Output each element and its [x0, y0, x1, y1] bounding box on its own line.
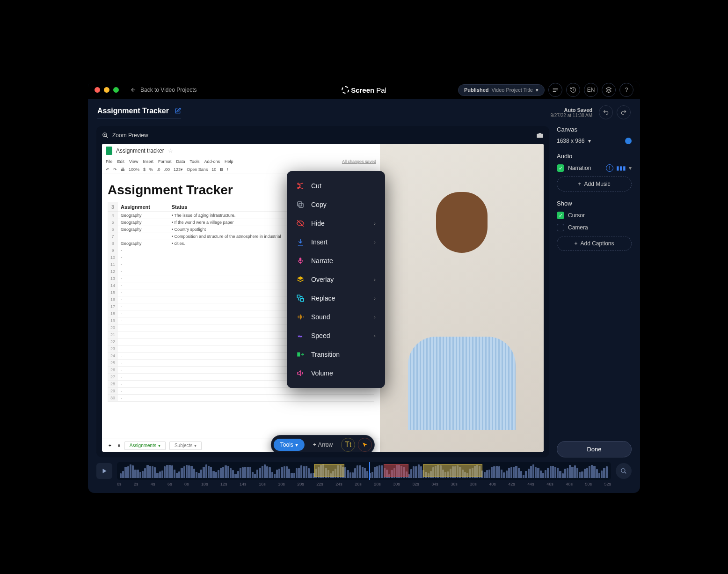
zoom-preview-button[interactable]: Zoom Preview [102, 132, 148, 139]
layers-icon [605, 87, 612, 93]
time-mark: 34s [431, 482, 438, 486]
overlay-icon [296, 275, 305, 284]
context-menu-copy[interactable]: Copy [290, 195, 382, 214]
timeline-track[interactable] [117, 462, 611, 480]
edit-title-button[interactable] [175, 108, 181, 114]
history-button[interactable] [566, 83, 580, 97]
sheet-save-status: All changes saved [342, 159, 376, 164]
cursor-label: Cursor [568, 212, 585, 219]
timeline-selection-cut[interactable] [384, 464, 408, 477]
sheet-tab-subjects-label: Subjects [175, 443, 192, 448]
chevron-right-icon: › [374, 221, 376, 226]
language-label: EN [587, 87, 595, 93]
layers-button[interactable] [602, 83, 616, 97]
timeline-selection-1[interactable] [314, 464, 344, 477]
cursor-tool-button[interactable] [358, 438, 372, 452]
undo-button[interactable] [599, 105, 613, 119]
add-sheet-button[interactable]: + [106, 443, 114, 448]
narration-info-icon[interactable]: ! [606, 164, 613, 172]
context-menu-sound[interactable]: Sound› [290, 308, 382, 326]
context-menu-hide[interactable]: Hide› [290, 214, 382, 233]
tools-dropdown-button[interactable]: Tools ▾ [274, 439, 305, 451]
canvas-dimensions-dropdown[interactable]: 1638 x 986 ▾ [557, 138, 632, 144]
sheet-menu-item: Tools [189, 159, 199, 164]
timeline-panel: 0s2s4s6s8s10s12s14s16s18s20s22s24s26s28s… [88, 462, 640, 493]
playhead[interactable] [369, 462, 370, 480]
table-row: 29- [108, 388, 374, 395]
time-mark: 10s [201, 482, 208, 486]
context-menu-insert[interactable]: Insert› [290, 233, 382, 251]
chevron-right-icon: › [374, 333, 376, 339]
all-sheets-button[interactable]: ≡ [118, 443, 121, 448]
sheet-menu-bar: FileEditViewInsertFormatDataToolsAdd-ons… [102, 158, 380, 165]
time-mark: 4s [151, 482, 155, 486]
add-music-button[interactable]: + Add Music [557, 177, 632, 191]
narration-checkbox[interactable] [557, 164, 564, 172]
chevron-right-icon: › [374, 295, 376, 301]
cursor-icon [362, 442, 368, 448]
replace-icon [296, 294, 305, 302]
minimize-window-button[interactable] [104, 87, 109, 93]
context-menu-volume[interactable]: Volume [290, 364, 382, 383]
tb-italic-icon: I [227, 167, 228, 172]
transition-icon [296, 350, 305, 359]
add-text-button[interactable]: Tt [341, 438, 355, 452]
text-icon: Tt [345, 441, 351, 449]
timeline-row [96, 462, 632, 480]
timeline-selection-2[interactable] [423, 464, 483, 477]
zoom-icon [102, 132, 109, 139]
close-window-button[interactable] [95, 87, 100, 93]
canvas-bg-color-swatch[interactable] [625, 138, 632, 144]
done-button[interactable]: Done [557, 441, 632, 457]
context-menu-replace[interactable]: Replace› [290, 289, 382, 308]
play-button[interactable] [96, 463, 112, 479]
tb-redo-icon: ↷ [113, 167, 117, 172]
camera-icon[interactable] [536, 132, 544, 139]
timeline-zoom-button[interactable] [616, 463, 632, 479]
audio-section: Audio Narration ! ▮▮▮ ▾ + Add Music [557, 153, 632, 191]
add-captions-button[interactable]: + Add Captions [557, 236, 632, 251]
time-mark: 38s [470, 482, 477, 486]
preview-panel: Zoom Preview Assignment tracker ☆ FileEd… [96, 126, 549, 457]
chevron-down-icon[interactable]: ▾ [629, 165, 632, 171]
sheet-tab-assignments[interactable]: Assignments ▾ [124, 441, 166, 450]
list-button[interactable] [548, 83, 562, 97]
sheet-menu-item: Insert [143, 159, 153, 164]
sheet-menu-item: Add-ons [204, 159, 220, 164]
time-mark: 42s [508, 482, 515, 486]
chevron-right-icon: › [374, 277, 376, 282]
redo-button[interactable] [617, 105, 631, 119]
language-button[interactable]: EN [584, 83, 598, 97]
cursor-checkbox[interactable] [557, 212, 564, 219]
waveform [117, 462, 611, 480]
tb-size: 10 [211, 167, 216, 172]
camera-checkbox[interactable] [557, 224, 564, 231]
time-mark: 24s [335, 482, 342, 486]
sheet-tab-subjects[interactable]: Subjects ▾ [169, 441, 202, 450]
maximize-window-button[interactable] [113, 87, 119, 93]
back-label: Back to Video Projects [140, 87, 197, 93]
narration-levels-icon[interactable]: ▮▮▮ [616, 165, 626, 171]
svg-rect-1 [299, 203, 303, 207]
sheet-menu-item: Format [158, 159, 172, 164]
plus-icon: + [578, 181, 581, 187]
time-mark: 46s [546, 482, 553, 486]
titlebar-right: PublishedVideo Project Title ▾ EN ? [458, 83, 633, 97]
narrate-icon [296, 257, 305, 265]
context-menu-speed[interactable]: Speed› [290, 326, 382, 345]
publish-status-dropdown[interactable]: PublishedVideo Project Title ▾ [458, 84, 545, 96]
table-row: 30- [108, 395, 374, 402]
time-mark: 0s [117, 482, 122, 486]
context-menu-cut[interactable]: Cut [290, 177, 382, 195]
context-menu-narrate[interactable]: Narrate [290, 251, 382, 270]
svg-rect-4 [297, 295, 300, 298]
add-arrow-button[interactable]: + Arrow [307, 439, 338, 451]
context-menu-overlay[interactable]: Overlay› [290, 270, 382, 289]
context-menu-transition[interactable]: Transition [290, 345, 382, 364]
chevron-right-icon: › [374, 314, 376, 320]
main-area: Zoom Preview Assignment tracker ☆ FileEd… [88, 126, 640, 462]
help-button[interactable]: ? [619, 83, 633, 97]
plus-icon: + [313, 442, 316, 448]
autosave-timestamp: 9/27/22 at 11:38 AM [550, 113, 592, 118]
back-button[interactable]: Back to Video Projects [130, 87, 197, 93]
